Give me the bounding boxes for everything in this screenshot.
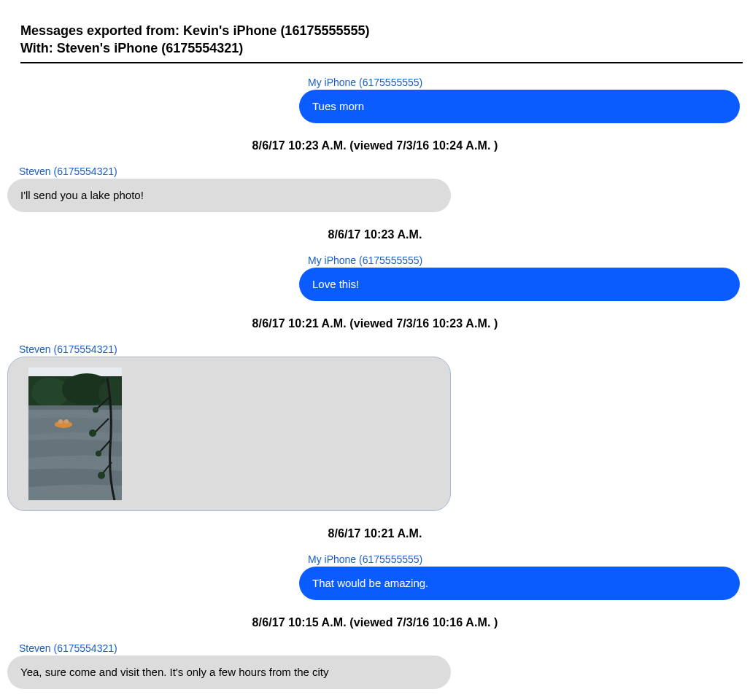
svg-point-7: [55, 421, 72, 428]
message-bubble-in: I'll send you a lake photo!: [7, 179, 451, 212]
message-bubble-photo: [7, 357, 451, 511]
lake-photo-icon: [28, 368, 122, 500]
message-text: I'll send you a lake photo!: [20, 189, 144, 201]
sender-label-in: Steven (6175554321): [19, 642, 743, 654]
header-line-from: Messages exported from: Kevin's iPhone (…: [20, 22, 743, 39]
message-bubble-in: Yea, sure come and visit then. It's only…: [7, 656, 451, 689]
header-line-with: With: Steven's iPhone (6175554321): [20, 39, 743, 57]
sender-label-out: My iPhone (6175555555): [308, 77, 743, 88]
svg-point-8: [58, 419, 63, 424]
message-bubble-out: Love this!: [299, 268, 740, 301]
sender-label-out: My iPhone (6175555555): [308, 254, 743, 266]
timestamp: 8/6/17 10:15 A.M. (viewed 7/3/16 10:16 A…: [7, 616, 743, 629]
message-bubble-out: Tues morn: [299, 90, 740, 123]
message-text: Tues morn: [312, 100, 364, 112]
message-text: Love this!: [312, 278, 359, 290]
timestamp: 8/6/17 10:23 A.M. (viewed 7/3/16 10:24 A…: [7, 139, 743, 152]
export-header: Messages exported from: Kevin's iPhone (…: [20, 22, 743, 63]
sender-label-in: Steven (6175554321): [19, 343, 743, 355]
message-text: Yea, sure come and visit then. It's only…: [20, 666, 329, 678]
lake-photo-thumbnail: [28, 368, 122, 500]
svg-point-11: [89, 429, 96, 437]
svg-point-10: [93, 407, 98, 413]
timestamp: 8/6/17 10:23 A.M.: [7, 228, 743, 241]
sender-label-out: My iPhone (6175555555): [308, 553, 743, 565]
sender-label-in: Steven (6175554321): [19, 166, 743, 177]
svg-point-12: [96, 451, 101, 456]
svg-rect-6: [28, 405, 122, 410]
svg-point-13: [98, 472, 105, 479]
timestamp: 8/6/17 10:21 A.M. (viewed 7/3/16 10:23 A…: [7, 317, 743, 330]
message-text: That would be amazing.: [312, 577, 428, 589]
svg-point-9: [64, 419, 69, 424]
timestamp: 8/6/17 10:21 A.M.: [7, 527, 743, 540]
message-bubble-out: That would be amazing.: [299, 567, 740, 600]
